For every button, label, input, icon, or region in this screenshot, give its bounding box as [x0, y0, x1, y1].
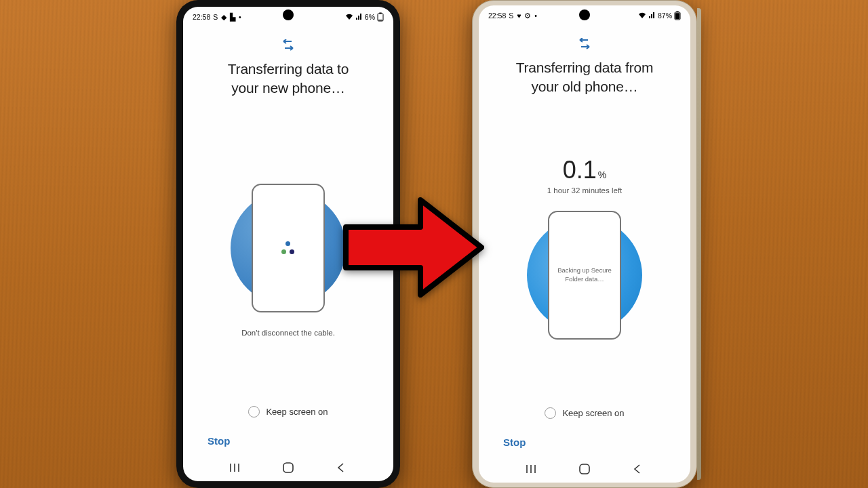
home-button[interactable] — [577, 462, 592, 476]
battery-text: 87% — [658, 12, 672, 20]
recents-button[interactable] — [525, 462, 540, 476]
svg-rect-1 — [379, 13, 381, 14]
transfer-illustration — [217, 177, 359, 319]
signal-icon — [355, 14, 363, 20]
backup-status-text: Backing up Secure Folder data… — [549, 266, 620, 284]
arrow-icon — [339, 190, 488, 305]
progress-readout: 0.1% 1 hour 32 minutes left — [547, 158, 623, 195]
phone-outline-icon — [252, 184, 325, 312]
progress-unit: % — [598, 169, 606, 180]
radio-icon — [248, 406, 260, 418]
radio-icon — [545, 407, 556, 419]
back-button[interactable] — [629, 462, 644, 476]
progress-value: 0.1 — [563, 156, 597, 184]
new-phone: 22:58 S ♥ ⚙ • 87% Transferr — [472, 0, 697, 488]
home-button[interactable] — [281, 460, 296, 475]
main-content: Transferring data from your old phone… 0… — [479, 26, 690, 455]
loading-dots-icon — [280, 240, 296, 256]
svg-rect-5 — [676, 12, 678, 13]
status-indicators: S ♥ ⚙ • — [509, 12, 538, 20]
signal-icon — [648, 12, 656, 19]
back-button[interactable] — [333, 460, 348, 475]
stop-button[interactable]: Stop — [499, 428, 530, 455]
status-indicators: S ◆ ▙ • — [213, 13, 241, 21]
nav-bar — [479, 455, 690, 483]
wifi-icon — [345, 14, 353, 20]
svg-rect-3 — [283, 463, 293, 472]
keep-screen-checkbox[interactable]: Keep screen on — [545, 407, 624, 419]
camera-hole-icon — [579, 9, 590, 20]
new-phone-screen: 22:58 S ♥ ⚙ • 87% Transferr — [479, 5, 690, 483]
keep-screen-label: Keep screen on — [266, 407, 328, 417]
phone-outline-icon: Backing up Secure Folder data… — [548, 211, 621, 340]
svg-rect-7 — [580, 464, 589, 474]
recents-button[interactable] — [229, 460, 243, 475]
time-remaining: 1 hour 32 minutes left — [547, 186, 623, 195]
status-time: 22:58 — [193, 13, 210, 21]
page-title: Transferring data to your new phone… — [228, 60, 349, 98]
transfer-illustration: Backing up Secure Folder data… — [513, 204, 656, 346]
hint-text: Don't disconnect the cable. — [241, 329, 335, 337]
stop-button[interactable]: Stop — [203, 427, 234, 454]
svg-rect-2 — [378, 20, 382, 20]
svg-rect-6 — [675, 13, 679, 19]
camera-hole-icon — [283, 9, 294, 20]
status-time: 22:58 — [488, 12, 506, 20]
wifi-icon — [638, 12, 646, 19]
transfer-icon — [578, 38, 591, 53]
keep-screen-label: Keep screen on — [562, 408, 624, 418]
battery-text: 6% — [365, 13, 375, 21]
transfer-icon — [281, 39, 295, 54]
fold-spine — [697, 8, 701, 480]
keep-screen-checkbox[interactable]: Keep screen on — [248, 406, 328, 418]
nav-bar — [183, 454, 393, 481]
battery-icon — [377, 12, 384, 22]
page-title: Transferring data from your old phone… — [516, 58, 654, 97]
battery-icon — [674, 11, 681, 20]
